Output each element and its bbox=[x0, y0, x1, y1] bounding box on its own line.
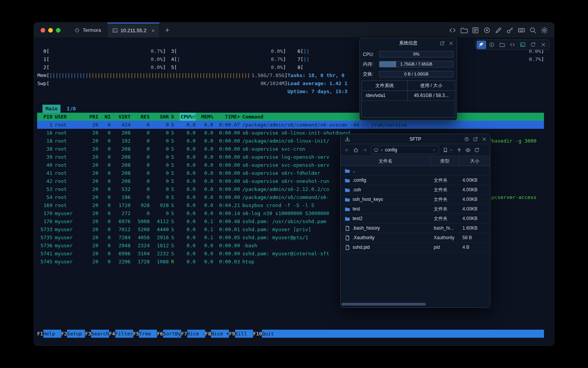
chevron-down-icon[interactable] bbox=[432, 148, 436, 152]
file-size: 4.00KB bbox=[459, 177, 490, 183]
chevron-down-icon[interactable] bbox=[449, 148, 453, 152]
home-icon[interactable] bbox=[353, 147, 359, 153]
terminal-icon[interactable] bbox=[518, 41, 528, 49]
external-link-icon[interactable] bbox=[473, 136, 478, 142]
process-row[interactable]: 1root20042400S0.00.00:00.07/package/admi… bbox=[37, 121, 544, 129]
fkey-search[interactable]: F3Search bbox=[85, 330, 109, 338]
arrow-left-icon[interactable] bbox=[344, 147, 350, 153]
uptime: Uptime: 7 days, 15:3 bbox=[287, 87, 348, 95]
search-icon[interactable] bbox=[529, 26, 537, 34]
window-toolbar bbox=[449, 23, 554, 38]
fkey-setup[interactable]: F2Setup bbox=[61, 330, 85, 338]
file-size: 4 B bbox=[459, 245, 490, 250]
column-header-filename[interactable]: 文件名 bbox=[341, 156, 431, 166]
fs-table-row: /dev/vda145.61GB / 58.3... bbox=[362, 91, 455, 101]
column-header-ni[interactable]: NI bbox=[101, 113, 111, 121]
file-row[interactable]: test文件夹4.00KB bbox=[341, 204, 490, 214]
file-name: .Xauthority bbox=[353, 235, 374, 240]
file-type: pid bbox=[431, 245, 459, 250]
session-tab-label: 10.211.55.2 bbox=[121, 28, 147, 33]
file-row[interactable]: test2文件夹4.00KB bbox=[341, 214, 490, 223]
code-icon[interactable] bbox=[449, 26, 456, 34]
tab-ssh-session[interactable]: 10.211.55.2 × bbox=[107, 23, 160, 38]
tab-termora-home[interactable]: Termora bbox=[68, 23, 107, 38]
code-icon[interactable] bbox=[508, 41, 517, 49]
tab-bar: Termora 10.211.55.2 × + bbox=[34, 23, 554, 38]
fkey-tree[interactable]: F5Tree bbox=[133, 330, 157, 338]
help-icon[interactable] bbox=[464, 136, 469, 142]
info-icon[interactable] bbox=[487, 41, 497, 49]
fkey-filter[interactable]: F4Filter bbox=[109, 330, 133, 338]
column-header-virt[interactable]: VIRT bbox=[113, 113, 131, 121]
folder-icon[interactable] bbox=[497, 41, 507, 49]
arrow-up-icon[interactable] bbox=[456, 147, 462, 153]
fkey-nice[interactable]: F8Nice + bbox=[205, 330, 229, 338]
record-icon[interactable] bbox=[483, 26, 491, 34]
traffic-lights bbox=[34, 23, 68, 38]
file-row[interactable]: .ssh文件夹4.00KB bbox=[341, 185, 490, 195]
refresh-icon[interactable] bbox=[528, 41, 538, 49]
fkey-sortby[interactable]: F6SortBy bbox=[157, 330, 181, 338]
cpu-meter-0: 0[0.7%] bbox=[37, 47, 166, 55]
folder-icon bbox=[345, 206, 350, 212]
tab-main[interactable]: Main bbox=[42, 105, 60, 113]
zoom-window-button[interactable] bbox=[56, 28, 60, 33]
column-header-mem[interactable]: MEM% bbox=[198, 113, 213, 121]
external-link-icon[interactable] bbox=[439, 41, 445, 46]
close-tab-icon[interactable]: × bbox=[151, 28, 155, 33]
path-dropdown[interactable]: >config bbox=[371, 146, 439, 154]
mem-label: Mem[ bbox=[37, 71, 49, 79]
file-row[interactable]: .config文件夹4.00KB bbox=[341, 176, 490, 185]
file-icon bbox=[345, 235, 350, 241]
bookmark-icon[interactable] bbox=[443, 147, 448, 153]
file-row[interactable]: ssh_host_keys文件夹4.00KB bbox=[341, 195, 490, 204]
file-row[interactable]: .bash_historybash_hi...1.60KB bbox=[341, 223, 490, 233]
column-header-cpu[interactable]: CPU%▽ bbox=[180, 113, 196, 121]
fkey-nice[interactable]: F7Nice - bbox=[181, 330, 205, 338]
minimize-window-button[interactable] bbox=[48, 28, 53, 33]
close-icon[interactable] bbox=[482, 136, 487, 142]
pin-icon[interactable] bbox=[477, 41, 486, 49]
file-size: 4.00KB bbox=[459, 197, 490, 202]
keyboard-icon[interactable] bbox=[518, 26, 525, 34]
file-name: ssh_host_keys bbox=[353, 197, 383, 202]
settings-icon[interactable] bbox=[541, 26, 548, 34]
reader-icon[interactable] bbox=[472, 26, 479, 34]
tab-io[interactable]: I/O bbox=[67, 105, 75, 113]
horizontal-scrollbar[interactable] bbox=[341, 303, 426, 306]
file-row[interactable]: sshd.pidpid4 B bbox=[341, 243, 490, 252]
process-table-header: PIDUSERPRINIVIRTRESSHRSCPU%▽MEM%TIME+Com… bbox=[37, 113, 544, 121]
file-name: test bbox=[353, 206, 360, 212]
edit-icon[interactable] bbox=[495, 26, 502, 34]
file-table: ...config文件夹4.00KB.ssh文件夹4.00KBssh_host_… bbox=[341, 166, 490, 252]
column-header-pri[interactable]: PRI bbox=[84, 113, 98, 121]
new-tab-button[interactable]: + bbox=[160, 23, 175, 38]
column-header-s[interactable]: S bbox=[171, 113, 177, 121]
eye-icon[interactable] bbox=[465, 147, 471, 153]
fkey-quit[interactable]: F10Quit bbox=[253, 330, 280, 338]
fkey-help[interactable]: F1Help bbox=[37, 330, 61, 338]
file-size: 58 B bbox=[459, 235, 490, 240]
refresh-icon[interactable] bbox=[474, 147, 480, 153]
column-header-time[interactable]: TIME+ bbox=[216, 113, 240, 121]
fkey-kill[interactable]: F9Kill bbox=[229, 330, 253, 338]
column-header-shr[interactable]: SHR bbox=[152, 113, 169, 121]
function-key-bar: F1HelpF2SetupF3SearchF4FilterF5TreeF6Sor… bbox=[37, 330, 544, 338]
column-header-res[interactable]: RES bbox=[133, 113, 150, 121]
file-row[interactable]: .XauthorityXauthority58 B bbox=[341, 233, 490, 243]
file-table-header: 文件名类型大小 bbox=[341, 156, 490, 166]
file-name: .bash_history bbox=[353, 225, 380, 231]
close-window-button[interactable] bbox=[41, 28, 45, 33]
folder-icon[interactable] bbox=[460, 26, 468, 34]
column-header-type[interactable]: 类型 bbox=[431, 156, 459, 166]
column-header-user[interactable]: USER bbox=[55, 113, 82, 121]
column-header-pid[interactable]: PID bbox=[37, 113, 52, 121]
close-icon[interactable] bbox=[448, 41, 454, 46]
key-icon[interactable] bbox=[506, 26, 514, 34]
file-row[interactable]: .. bbox=[341, 166, 490, 176]
column-header-size[interactable]: 大小 bbox=[459, 156, 490, 166]
arrow-right-icon[interactable] bbox=[362, 147, 368, 153]
close-icon[interactable] bbox=[539, 41, 548, 49]
file-name: .ssh bbox=[353, 187, 361, 192]
filesystem-table-header: 文件系统 使用 / 大小 bbox=[362, 81, 455, 91]
